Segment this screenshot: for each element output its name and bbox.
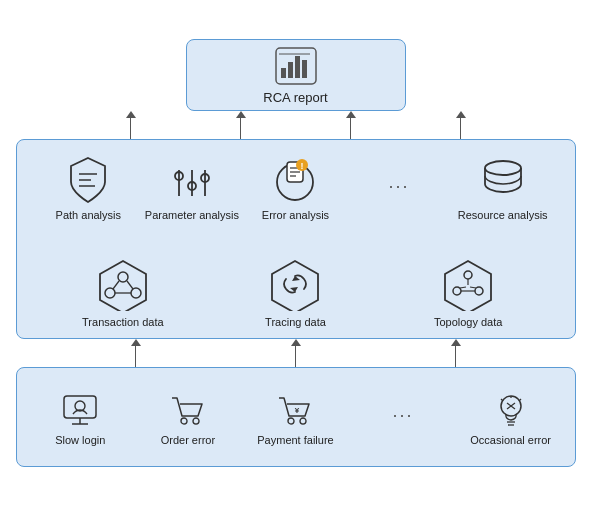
arrow-mid-3 [451,339,461,367]
resource-analysis-label: Resource analysis [458,209,548,221]
transaction-data-label: Transaction data [82,316,164,328]
svg-marker-32 [292,276,300,281]
svg-line-39 [470,287,476,288]
svg-point-22 [485,161,521,175]
svg-rect-3 [295,56,300,78]
resource-analysis-item: Resource analysis [455,156,550,221]
svg-line-27 [113,281,119,289]
svg-point-24 [118,272,128,282]
tracing-icon [268,257,322,311]
sliders-icon [171,160,213,204]
arrow-up-4 [456,111,466,139]
tracing-data-item: Tracing data [235,257,355,328]
error-analysis-label: Error analysis [262,209,329,221]
occasional-error-label: Occasional error [470,434,551,446]
analysis-dots-item: ··· [352,176,447,221]
incidents-dots-item: ··· [353,405,453,446]
chart-icon [274,46,318,86]
rca-box: RCA report [186,39,406,111]
rca-label: RCA report [263,90,327,105]
svg-line-38 [460,287,466,288]
svg-line-28 [127,281,133,289]
arrows-to-rca [16,111,576,139]
order-error-item: Order error [138,392,238,446]
svg-point-25 [105,288,115,298]
monitor-person-icon [60,392,100,430]
diagram: RCA report [16,39,576,467]
topology-data-label: Topology data [434,316,503,328]
svg-point-34 [464,271,472,279]
tracing-data-label: Tracing data [265,316,326,328]
middle-box: Path analysis Parameter analysis [16,139,576,339]
svg-rect-41 [64,396,96,418]
occasional-error-item: Occasional error [461,392,561,446]
slow-login-item: Slow login [30,392,130,446]
svg-rect-4 [302,60,307,78]
error-analysis-item: ! Error analysis [248,156,343,221]
lightbulb-icon [491,392,531,430]
parameter-analysis-item: Parameter analysis [144,160,239,221]
svg-rect-2 [288,62,293,78]
cart-icon [168,392,208,430]
svg-rect-1 [281,68,286,78]
cart-yen-icon: ¥ [275,392,315,430]
payment-failure-item: ¥ Payment failure [245,392,345,446]
database-icon [480,156,526,204]
svg-marker-23 [100,261,146,311]
svg-point-46 [193,418,199,424]
svg-point-45 [181,418,187,424]
analysis-row: Path analysis Parameter analysis [37,156,555,221]
shield-icon [67,156,109,204]
incidents-dots: ··· [393,405,414,434]
arrow-up-1 [126,111,136,139]
arrow-up-3 [346,111,356,139]
svg-text:!: ! [301,161,304,171]
path-analysis-item: Path analysis [41,156,136,221]
svg-point-26 [131,288,141,298]
path-analysis-label: Path analysis [56,209,121,221]
order-error-label: Order error [161,434,215,446]
svg-point-48 [300,418,306,424]
arrow-mid-1 [131,339,141,367]
arrow-up-2 [236,111,246,139]
arrows-to-middle [16,339,576,367]
topology-icon [441,257,495,311]
slow-login-label: Slow login [55,434,105,446]
payment-failure-label: Payment failure [257,434,333,446]
topology-data-item: Topology data [408,257,528,328]
svg-marker-31 [290,287,298,292]
error-icon: ! [273,156,317,204]
analysis-dots: ··· [389,176,410,205]
svg-point-35 [453,287,461,295]
svg-marker-30 [272,261,318,311]
svg-marker-33 [445,261,491,311]
svg-point-36 [475,287,483,295]
data-row: Transaction data Tracing data [37,257,555,328]
svg-text:¥: ¥ [295,406,300,415]
transaction-icon [96,257,150,311]
svg-point-47 [288,418,294,424]
bottom-box: Slow login Order error ¥ [16,367,576,467]
arrow-mid-2 [291,339,301,367]
transaction-data-item: Transaction data [63,257,183,328]
incidents-row: Slow login Order error ¥ [27,392,565,446]
parameter-analysis-label: Parameter analysis [145,209,239,221]
